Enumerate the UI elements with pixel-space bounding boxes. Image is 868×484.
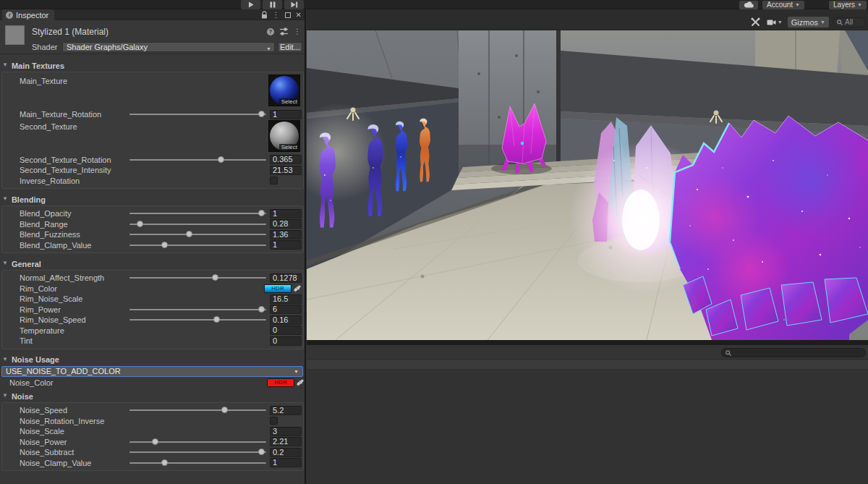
value-field[interactable]: 5.2 (270, 406, 302, 415)
bottom-search-field[interactable] (721, 348, 866, 357)
slider-thumb[interactable] (152, 438, 158, 445)
slider-thumb[interactable] (213, 316, 220, 323)
section-header-noise-usage[interactable]: ▼ Noise Usage (2, 354, 305, 365)
section-header-general[interactable]: ▼ General (2, 258, 305, 269)
maximize-icon[interactable] (285, 12, 291, 18)
shader-dropdown-value: Shader Graphs/Galaxy (67, 43, 148, 51)
slider-thumb[interactable] (161, 242, 168, 248)
shader-dropdown[interactable]: Shader Graphs/Galaxy ▼ (62, 42, 275, 52)
slider-thumb[interactable] (186, 231, 192, 237)
value-field[interactable]: 1 (270, 458, 302, 467)
scene-search-field[interactable]: All (833, 17, 866, 27)
play-button[interactable] (241, 0, 260, 9)
property-row-noise-rotation-inverse: Noise_Rotation_Inverse (2, 416, 302, 427)
tools-icon[interactable] (749, 17, 762, 27)
kebab-menu-icon[interactable]: ⋮ (273, 10, 280, 20)
slider[interactable] (129, 219, 266, 229)
value-field[interactable]: 0.16 (270, 315, 302, 325)
foldout-arrow-icon: ▼ (2, 61, 8, 68)
second-texture-slot[interactable]: Select (268, 120, 300, 152)
slider-thumb[interactable] (137, 221, 143, 227)
texture-select-button[interactable]: Select (279, 144, 299, 151)
presets-icon[interactable] (280, 27, 288, 35)
noise-color-swatch[interactable]: HDR (267, 378, 294, 387)
slider[interactable] (129, 273, 266, 283)
chevron-down-icon: ▼ (820, 20, 825, 25)
inspector-tab-bar: i Inspector ⋮ ✕ (0, 9, 305, 20)
lock-icon[interactable] (261, 11, 268, 19)
account-dropdown[interactable]: Account ▼ (762, 1, 804, 9)
slider[interactable] (129, 405, 266, 415)
value-field[interactable]: 6 (270, 305, 302, 314)
property-row-rim-color: Rim_Color HDR (2, 284, 302, 294)
value-field[interactable]: 1 (270, 110, 302, 119)
scene-viewport[interactable] (307, 30, 868, 340)
slider[interactable] (129, 447, 266, 457)
step-button[interactable] (284, 0, 304, 9)
property-row-tint: Tint 0 (2, 336, 302, 347)
slider[interactable] (129, 229, 266, 239)
layers-dropdown[interactable]: Layers ▼ (829, 1, 867, 9)
rim-color-swatch[interactable]: HDR (264, 284, 292, 293)
slider[interactable] (129, 315, 266, 325)
gizmos-dropdown[interactable]: Gizmos ▼ (788, 17, 829, 27)
slider-thumb[interactable] (218, 156, 224, 163)
value-field[interactable]: 2.21 (270, 437, 302, 446)
scene-toolbar: ▼ Gizmos ▼ All (307, 9, 868, 30)
slider-thumb[interactable] (212, 274, 218, 281)
value-field[interactable]: 1.36 (270, 230, 302, 239)
slider[interactable] (129, 155, 266, 165)
texture-select-button[interactable]: Select (279, 98, 299, 106)
material-preview-thumbnail[interactable] (5, 25, 25, 45)
value-field[interactable]: 0.28 (270, 219, 302, 229)
property-row-temperature: Temperature 0 (2, 326, 302, 336)
eyedropper-icon[interactable] (293, 284, 302, 293)
slider[interactable] (129, 305, 266, 315)
value-field[interactable]: 1 (270, 240, 302, 250)
value-field[interactable]: 1 (270, 209, 302, 218)
foldout-arrow-icon: ▼ (2, 195, 8, 202)
slider-thumb[interactable] (258, 306, 265, 313)
slider-thumb[interactable] (258, 210, 265, 216)
shader-edit-button[interactable]: Edit... (278, 42, 302, 52)
slider[interactable] (129, 208, 266, 218)
bottom-panel (307, 340, 868, 484)
main-toolbar: Account ▼ Layers ▼ (0, 0, 868, 9)
value-field[interactable]: 16.5 (270, 294, 302, 304)
main-texture-slot[interactable]: Select (268, 75, 300, 106)
checkbox[interactable] (270, 177, 278, 184)
help-icon[interactable]: ? (267, 28, 274, 35)
property-row-blend-clamp-value: Blend_Clamp_Value 1 (2, 240, 302, 251)
slider[interactable] (129, 109, 266, 119)
value-field[interactable]: 21.53 (270, 166, 302, 175)
slider-thumb[interactable] (221, 407, 228, 413)
slider[interactable] (129, 437, 266, 447)
value-field[interactable]: 3 (270, 427, 302, 436)
kebab-menu-icon[interactable]: ⋮ (294, 27, 301, 36)
slider[interactable] (129, 240, 266, 250)
value-field[interactable]: 0.1278 (270, 273, 302, 283)
panel-divider[interactable] (307, 340, 868, 345)
eyedropper-icon[interactable] (296, 378, 305, 387)
slider[interactable] (129, 458, 266, 468)
section-header-main-textures[interactable]: ▼ Main Textures (2, 60, 305, 71)
value-field[interactable]: 0 (270, 336, 302, 346)
foldout-arrow-icon: ▼ (2, 392, 8, 399)
inspector-panel: i Inspector ⋮ ✕ Stylized 1 (Material) ? … (0, 9, 306, 484)
pause-button[interactable] (263, 0, 282, 9)
camera-dropdown[interactable]: ▼ (765, 17, 784, 27)
checkbox[interactable] (270, 417, 278, 425)
value-field[interactable]: 0 (270, 326, 302, 335)
tab-inspector[interactable]: i Inspector (2, 9, 54, 20)
slider-thumb[interactable] (258, 449, 265, 455)
cloud-services-button[interactable] (739, 1, 758, 9)
section-header-noise[interactable]: ▼ Noise (2, 391, 305, 402)
slider-thumb[interactable] (161, 459, 168, 466)
close-icon[interactable]: ✕ (296, 11, 302, 20)
noise-keyword-dropdown[interactable]: USE_NOISE_TO_ADD_COLOR ▼ (1, 366, 303, 377)
value-field[interactable]: 0.365 (270, 155, 302, 164)
property-label: Main_Texture (20, 75, 129, 85)
value-field[interactable]: 0.2 (270, 448, 302, 457)
section-header-blending[interactable]: ▼ Blending (2, 194, 305, 205)
slider-thumb[interactable] (258, 111, 265, 117)
